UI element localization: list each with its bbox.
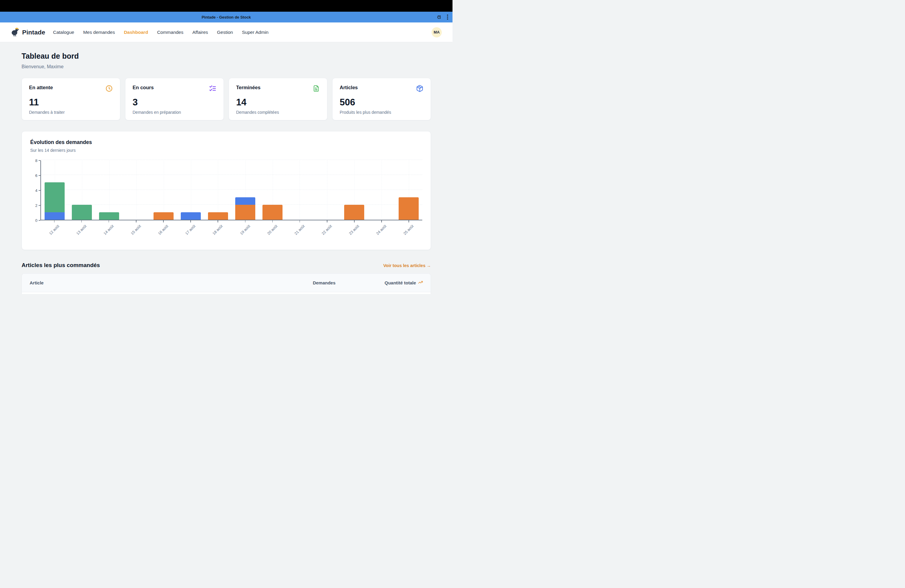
nav-item-gestion[interactable]: Gestion [217, 30, 233, 35]
y-axis-label: 4 [35, 188, 37, 193]
bar-segment-orange [235, 205, 255, 220]
bar-segment-orange [154, 212, 173, 220]
x-axis-tick [300, 220, 300, 222]
chart-bar [72, 205, 92, 220]
stat-value: 3 [133, 97, 216, 108]
col-header-quantite[interactable]: Quantité totale [335, 280, 423, 286]
stat-value: 14 [236, 97, 320, 108]
stat-label: Articles [340, 85, 358, 91]
nav-item-mes-demandes[interactable]: Mes demandes [83, 30, 115, 35]
x-tick-label: 22 août [321, 224, 333, 236]
bar-segment-orange [208, 212, 228, 220]
x-axis-tick [81, 220, 82, 222]
chart-card: Évolution des demandes Sur les 14 dernie… [22, 131, 431, 250]
y-axis-label: 2 [35, 203, 37, 208]
gridline [327, 161, 327, 220]
x-axis-tick [327, 220, 327, 222]
x-axis-tick [272, 220, 273, 222]
stat-sublabel: Demandes en préparation [133, 110, 216, 114]
stat-label: Terminées [236, 85, 260, 91]
x-tick-label: 25 août [403, 224, 414, 236]
view-all-articles-link[interactable]: Voir tous les articles → [383, 263, 431, 268]
x-tick-label: 20 août [266, 224, 278, 236]
bar-chart [40, 161, 422, 220]
chart-bar [154, 212, 173, 220]
trending-up-icon [418, 280, 423, 286]
bar-segment-orange [399, 197, 419, 220]
x-axis-tick [218, 220, 218, 222]
chart-bar [181, 212, 201, 220]
chart-bar [344, 205, 364, 220]
chart-bar [235, 197, 255, 220]
x-axis-tick [354, 220, 355, 222]
x-axis-tick [408, 220, 409, 222]
x-tick-label: 12 août [48, 224, 60, 236]
articles-heading: Articles les plus commandés [22, 262, 100, 269]
stat-sublabel: Demandes à traiter [29, 110, 113, 114]
window-title: Pintade - Gestion de Stock [0, 15, 452, 19]
chart-x-axis: 12 août13 août14 août15 août16 août17 ao… [40, 220, 422, 242]
clock-icon [105, 85, 113, 94]
chart-bar [44, 182, 65, 220]
x-axis-tick [136, 220, 137, 222]
bar-segment-blue [235, 197, 255, 205]
stat-value: 11 [29, 97, 113, 108]
gridline [218, 161, 218, 220]
stat-sublabel: Produits les plus demandés [340, 110, 424, 114]
bar-segment-blue [181, 212, 201, 220]
kebab-menu-icon[interactable] [447, 14, 448, 20]
x-tick-label: 15 août [130, 224, 142, 236]
bar-segment-orange [262, 205, 283, 220]
bird-logo-icon [11, 27, 20, 38]
nav-item-dashboard[interactable]: Dashboard [124, 30, 148, 35]
chrome-top-bar [0, 0, 452, 12]
y-axis-label: 0 [35, 218, 37, 223]
x-axis-tick [109, 220, 109, 222]
x-tick-label: 24 août [376, 224, 387, 236]
avatar[interactable]: MA [432, 27, 442, 37]
x-tick-label: 23 août [348, 224, 360, 236]
col-header-demandes: Demandes [300, 280, 335, 285]
nav-item-catalogue[interactable]: Catalogue [53, 30, 74, 35]
nav-item-super-admin[interactable]: Super Admin [242, 30, 268, 35]
stat-sublabel: Demandes complétées [236, 110, 320, 114]
app-nav: Pintade CatalogueMes demandesDashboardCo… [0, 22, 452, 42]
stat-card-terminées: Terminées14Demandes complétées [229, 78, 327, 120]
app-logo[interactable]: Pintade [11, 27, 45, 38]
x-tick-label: 16 août [157, 224, 169, 236]
brand-name: Pintade [22, 29, 45, 36]
file-text-icon [313, 85, 320, 94]
gridline [109, 161, 110, 220]
y-axis-label: 6 [35, 173, 37, 178]
y-axis-label: 8 [35, 158, 37, 163]
bar-segment-green [99, 212, 119, 220]
stats-row: En attente11Demandes à traiterEn cours3D… [22, 78, 431, 120]
x-axis-tick [163, 220, 164, 222]
gridline [381, 161, 382, 220]
gridline [41, 189, 422, 190]
nav-item-affaires[interactable]: Affaires [192, 30, 208, 35]
extensions-puzzle-icon[interactable] [437, 15, 441, 20]
stat-card-en-cours: En cours3Demandes en préparation [125, 78, 224, 120]
bar-segment-blue [44, 212, 65, 220]
table-row: Sacs à pain 30% multigraines (C12)320 [22, 292, 431, 294]
x-axis-tick [54, 220, 55, 222]
page-subtitle: Bienvenue, Maxime [22, 64, 431, 70]
chrome-title-bar: Pintade - Gestion de Stock [0, 12, 452, 22]
list-checks-icon [209, 85, 216, 94]
chart-bar [262, 205, 283, 220]
x-axis-tick [191, 220, 191, 222]
chart-bar [99, 212, 119, 220]
chart-bar [208, 212, 228, 220]
chart-bar [399, 197, 419, 220]
stat-card-articles: Articles506Produits les plus demandés [332, 78, 431, 120]
col-header-article: Article [30, 280, 300, 285]
stat-label: En attente [29, 85, 53, 91]
x-tick-label: 14 août [103, 224, 114, 236]
x-tick-label: 21 août [294, 224, 305, 236]
x-tick-label: 13 août [75, 224, 87, 236]
x-tick-label: 19 août [239, 224, 251, 236]
package-icon [416, 85, 424, 94]
nav-item-commandes[interactable]: Commandes [157, 30, 183, 35]
chart-y-axis: 02468 [30, 161, 40, 220]
